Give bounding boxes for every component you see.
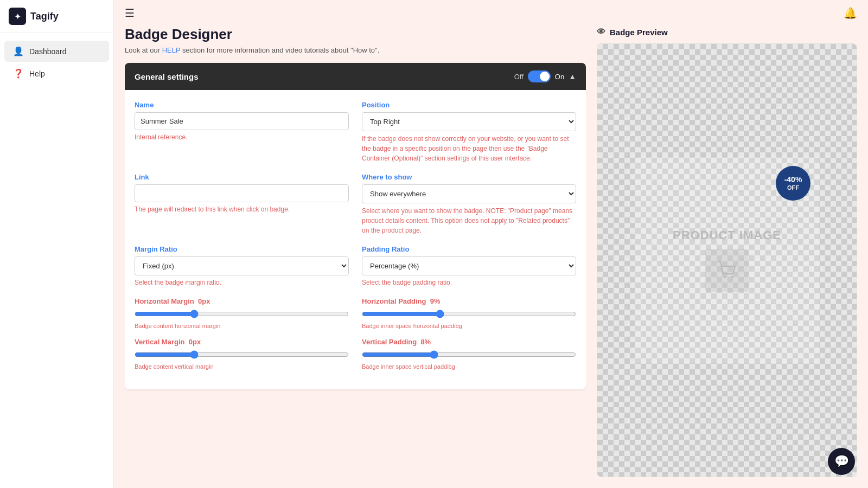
- settings-card: General settings Off On ▲ Name: [125, 63, 586, 389]
- v-margin-group: Vertical Margin 0px Badge content vertic…: [135, 338, 349, 370]
- settings-header-right: Off On ▲: [514, 70, 576, 82]
- eye-icon: 👁: [597, 27, 605, 37]
- product-image-label: PRODUCT IMAGE: [673, 228, 781, 242]
- settings-header: General settings Off On ▲: [125, 63, 586, 90]
- top-bar-right: 🔔: [844, 7, 857, 20]
- sidebar-item-help-label: Help: [29, 69, 45, 78]
- app-name: Tagify: [30, 11, 59, 22]
- page-title: Badge Designer: [125, 26, 586, 43]
- margin-ratio-label: Margin Ratio: [135, 245, 349, 253]
- padding-ratio-group: Padding Ratio Fixed (px) Percentage (%) …: [362, 245, 576, 287]
- v-padding-hint: Badge inner space vertical paddibg: [362, 363, 576, 370]
- position-select[interactable]: Top Right Top Left Bottom Right Bottom L…: [362, 112, 576, 131]
- h-margin-slider[interactable]: [135, 310, 349, 318]
- position-group: Position Top Right Top Left Bottom Right…: [362, 101, 576, 163]
- toggle-on-label: On: [555, 73, 564, 81]
- where-to-show-select[interactable]: Show everywhere Product page only Catego…: [362, 184, 576, 203]
- main-content: ☰ 🔔 Badge Designer Look at our HELP sect…: [114, 0, 868, 488]
- position-hint: If the badge does not show correctly on …: [362, 134, 576, 163]
- svg-point-1: [731, 276, 733, 278]
- h-padding-group: Horizontal Padding 9% Badge inner space …: [362, 297, 576, 329]
- sidebar: ✦ Tagify 👤 Dashboard ❓ Help: [0, 0, 114, 488]
- margin-ratio-select[interactable]: Fixed (px) Percentage (%): [135, 256, 349, 275]
- position-label: Position: [362, 101, 576, 109]
- toggle-off-label: Off: [514, 73, 524, 81]
- left-panel: Badge Designer Look at our HELP section …: [125, 26, 586, 477]
- page-body: Badge Designer Look at our HELP section …: [114, 26, 868, 488]
- sidebar-nav: 👤 Dashboard ❓ Help: [0, 33, 113, 92]
- v-margin-label: Vertical Margin 0px: [135, 338, 349, 346]
- preview-card: -40% OFF PRODUCT IMAGE: [597, 43, 857, 477]
- h-margin-label: Horizontal Margin 0px: [135, 297, 349, 305]
- h-padding-value: 9%: [430, 297, 441, 305]
- form-grid: Name Internal reference. Position Top Ri…: [135, 101, 576, 378]
- padding-ratio-select[interactable]: Fixed (px) Percentage (%): [362, 256, 576, 275]
- margin-ratio-group: Margin Ratio Fixed (px) Percentage (%) S…: [135, 245, 349, 287]
- h-margin-hint: Badge content horizontal margin: [135, 323, 349, 329]
- preview-header: 👁 Badge Preview: [597, 26, 857, 37]
- logo-icon: ✦: [9, 8, 26, 25]
- product-image-placeholder: PRODUCT IMAGE: [673, 228, 781, 292]
- where-to-show-group: Where to show Show everywhere Product pa…: [362, 173, 576, 235]
- padding-ratio-label: Padding Ratio: [362, 245, 576, 253]
- sidebar-item-dashboard-label: Dashboard: [29, 47, 67, 56]
- sidebar-item-help[interactable]: ❓ Help: [4, 63, 109, 84]
- name-group: Name Internal reference.: [135, 101, 349, 163]
- chat-icon: 💬: [834, 454, 849, 468]
- cart-icon: [705, 249, 749, 292]
- h-padding-slider[interactable]: [362, 310, 576, 318]
- name-input[interactable]: [135, 112, 349, 130]
- link-hint: The page will redirect to this link when…: [135, 205, 349, 214]
- where-to-show-label: Where to show: [362, 173, 576, 181]
- toggle-thumb: [540, 72, 550, 81]
- v-margin-value: 0px: [189, 338, 201, 346]
- h-padding-hint: Badge inner space horizontal paddibg: [362, 323, 576, 329]
- settings-header-label: General settings: [135, 72, 199, 81]
- page-subtitle: Look at our HELP section for more inform…: [125, 46, 586, 54]
- badge-percent: -40%: [784, 175, 802, 184]
- svg-point-0: [724, 276, 726, 278]
- link-input[interactable]: [135, 184, 349, 202]
- help-link[interactable]: HELP: [162, 46, 181, 54]
- v-padding-group: Vertical Padding 8% Badge inner space ve…: [362, 338, 576, 370]
- v-margin-hint: Badge content vertical margin: [135, 363, 349, 370]
- h-margin-group: Horizontal Margin 0px Badge content hori…: [135, 297, 349, 329]
- h-margin-value: 0px: [198, 297, 210, 305]
- name-hint: Internal reference.: [135, 133, 349, 142]
- badge-circle: -40% OFF: [776, 166, 810, 201]
- toggle-switch[interactable]: [528, 70, 551, 82]
- link-group: Link The page will redirect to this link…: [135, 173, 349, 235]
- v-margin-slider[interactable]: [135, 350, 349, 359]
- v-padding-slider[interactable]: [362, 350, 576, 359]
- link-label: Link: [135, 173, 349, 181]
- dashboard-icon: 👤: [13, 46, 24, 56]
- sidebar-item-dashboard[interactable]: 👤 Dashboard: [4, 41, 109, 62]
- where-to-show-hint: Select where you want to show the badge.…: [362, 206, 576, 235]
- padding-ratio-hint: Select the badge padding ratio.: [362, 278, 576, 287]
- notification-icon[interactable]: 🔔: [844, 7, 857, 19]
- chat-button[interactable]: 💬: [828, 448, 855, 475]
- badge-off: OFF: [787, 184, 799, 191]
- v-padding-label: Vertical Padding 8%: [362, 338, 576, 346]
- sidebar-logo: ✦ Tagify: [0, 0, 113, 33]
- v-padding-value: 8%: [420, 338, 431, 346]
- chevron-up-icon[interactable]: ▲: [569, 72, 576, 81]
- preview-product: -40% OFF PRODUCT IMAGE: [635, 157, 819, 363]
- hamburger-menu[interactable]: ☰: [125, 7, 135, 20]
- preview-title: Badge Preview: [610, 28, 668, 37]
- right-panel: 👁 Badge Preview -40% OFF PRODUCT IMAGE: [597, 26, 857, 477]
- help-icon: ❓: [13, 68, 24, 79]
- top-bar: ☰ 🔔: [114, 0, 868, 26]
- name-label: Name: [135, 101, 349, 109]
- settings-body: Name Internal reference. Position Top Ri…: [125, 90, 586, 389]
- margin-ratio-hint: Select the badge margin ratio.: [135, 278, 349, 287]
- h-padding-label: Horizontal Padding 9%: [362, 297, 576, 305]
